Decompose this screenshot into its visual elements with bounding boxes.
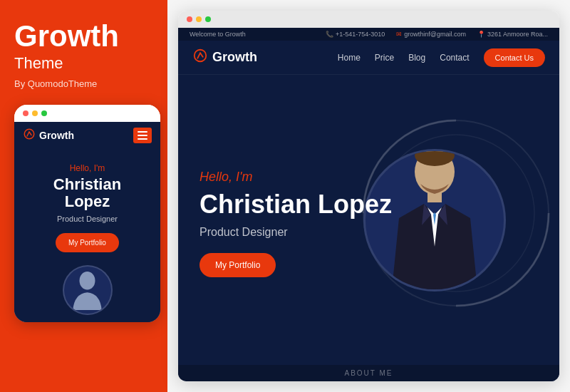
dot-yellow — [32, 110, 38, 116]
mobile-avatar-area — [23, 265, 152, 315]
mobile-menu-button[interactable] — [133, 128, 152, 143]
desktop-mockup: Welcome to Growth 📞 +1-541-754-3010 ✉ gr… — [178, 11, 559, 381]
hero-portfolio-button[interactable]: My Portfolio — [200, 253, 276, 277]
mobile-hero: Hello, I'm ChristianLopez Product Design… — [14, 149, 160, 322]
desktop-bottom: ABOUT ME — [178, 365, 559, 381]
nav-contact[interactable]: Contact — [440, 53, 469, 63]
desktop-logo-icon — [192, 48, 208, 67]
email-icon: ✉ — [396, 31, 402, 38]
growth-logo-icon — [23, 128, 36, 143]
info-bar-right: 📞 +1-541-754-3010 ✉ growthinf@gmail.com … — [326, 31, 548, 38]
hero-text: Hello, I'm Christian Lopez Product Desig… — [200, 170, 538, 277]
info-phone-text: +1-541-754-3010 — [336, 31, 385, 38]
phone-icon: 📞 — [326, 31, 333, 38]
brand-by: By QuomodoTheme — [14, 78, 97, 89]
nav-home[interactable]: Home — [338, 53, 361, 63]
mobile-portfolio-button[interactable]: My Portfolio — [56, 233, 119, 252]
svg-point-0 — [80, 272, 95, 290]
info-address: 📍 3261 Anmoore Roa... — [477, 31, 548, 38]
bottom-label: ABOUT ME — [192, 369, 545, 377]
desktop-logo-text: Growth — [212, 50, 257, 65]
left-panel: Growth Theme By QuomodoTheme Growth — [0, 0, 167, 392]
nav-blog[interactable]: Blog — [408, 53, 425, 63]
contact-us-button[interactable]: Contact Us — [484, 48, 545, 67]
info-email: ✉ growthinf@gmail.com — [396, 31, 466, 38]
desktop-logo: Growth — [192, 48, 257, 67]
dot-green — [41, 110, 47, 116]
hamburger-line-3 — [138, 138, 147, 140]
mobile-role: Product Designer — [23, 215, 152, 223]
desktop-dot-green — [205, 16, 211, 22]
mobile-name: ChristianLopez — [23, 176, 152, 210]
desktop-nav-links: Home Price Blog Contact Contact Us — [338, 48, 545, 67]
desktop-dot-red — [187, 16, 192, 22]
info-phone: 📞 +1-541-754-3010 — [326, 31, 385, 38]
mobile-logo: Growth — [23, 128, 74, 143]
mobile-hello: Hello, I'm — [23, 163, 152, 173]
hero-hello: Hello, I'm — [200, 170, 538, 185]
mobile-mockup: Growth Hello, I'm ChristianLopez Product… — [14, 105, 160, 322]
hero-name: Christian Lopez — [200, 190, 538, 219]
right-panel: Welcome to Growth 📞 +1-541-754-3010 ✉ gr… — [167, 0, 570, 392]
mobile-avatar-circle — [63, 265, 113, 315]
desktop-content: Welcome to Growth 📞 +1-541-754-3010 ✉ gr… — [178, 28, 559, 381]
hero-role: Product Designer — [200, 226, 538, 239]
brand-title: Growth — [14, 21, 119, 51]
info-email-text: growthinf@gmail.com — [404, 31, 466, 38]
info-address-text: 3261 Anmoore Roa... — [487, 31, 548, 38]
mobile-nav: Growth — [14, 122, 160, 149]
desktop-dot-yellow — [196, 16, 202, 22]
mobile-logo-text: Growth — [39, 130, 74, 141]
hamburger-line-1 — [138, 131, 147, 133]
brand-subtitle: Theme — [14, 54, 63, 73]
desktop-top-bar — [178, 11, 559, 28]
info-bar: Welcome to Growth 📞 +1-541-754-3010 ✉ gr… — [178, 28, 559, 41]
desktop-hero: Hello, I'm Christian Lopez Product Desig… — [178, 75, 559, 365]
hamburger-line-2 — [138, 135, 147, 136]
mobile-content: Growth Hello, I'm ChristianLopez Product… — [14, 122, 160, 322]
mobile-top-bar — [14, 105, 160, 122]
info-bar-welcome: Welcome to Growth — [190, 31, 246, 38]
desktop-nav: Growth Home Price Blog Contact Contact U… — [178, 41, 559, 75]
mobile-person-avatar — [68, 267, 107, 314]
nav-price[interactable]: Price — [375, 53, 394, 63]
location-icon: 📍 — [477, 31, 485, 38]
dot-red — [23, 110, 28, 116]
